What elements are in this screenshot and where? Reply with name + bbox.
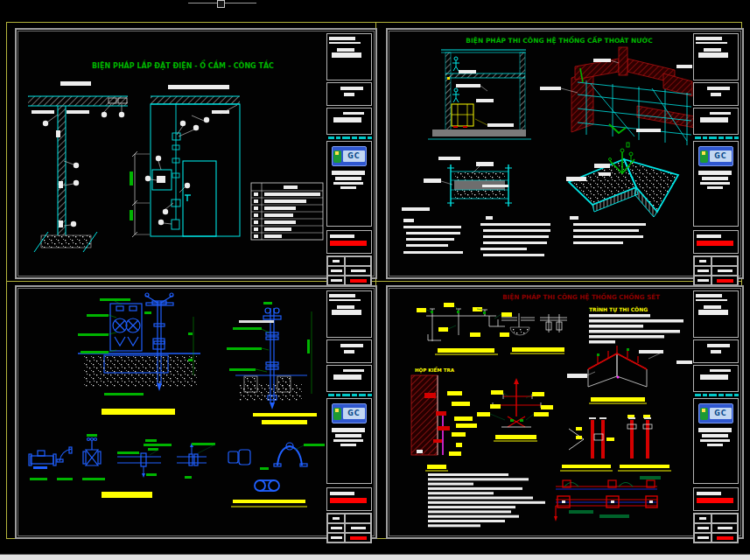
title-block-dossier-label — [326, 136, 372, 139]
viewport-grip-handle[interactable] — [217, 0, 225, 8]
title-block-item-box — [326, 108, 372, 135]
title-block-item-box — [693, 108, 739, 135]
dimension-lines — [130, 151, 150, 237]
logo-leaf-icon — [333, 408, 341, 420]
construction-sequence-notes: TRÌNH TỰ THI CÔNG — [589, 306, 683, 344]
red-stamp-bar — [697, 241, 733, 246]
inspection-box-detail: HỘP KIỂM TRA — [411, 366, 477, 471]
building-section — [428, 50, 531, 160]
callout-bubbles-door — [145, 116, 209, 225]
title-block-company-box — [326, 290, 372, 338]
sheet-electrical[interactable]: BIỆN PHÁP LẮP ĐẶT ĐIỆN - Ổ CẮM - CÔNG TẮ… — [15, 28, 377, 279]
meter-pit-detail — [78, 293, 200, 415]
sheet-lightning[interactable]: BIỆN PHÁP THI CÔNG HỆ THỐNG CHỐNG SÉT — [386, 285, 744, 539]
red-stamp-bar — [330, 241, 367, 246]
sheet-title: BIỆN PHÁP THI CÔNG HỆ THỐNG CẤP THOÁT NƯ… — [466, 36, 653, 45]
title-block: GC — [693, 33, 739, 274]
title-block-revision-table — [693, 513, 739, 543]
title-block-logo-box: GC — [693, 398, 739, 484]
title-block-project-box — [693, 82, 739, 106]
pipe-section-detail — [402, 162, 512, 211]
conductor-clamp-details — [560, 415, 671, 471]
roof-ridge-isometric-detail — [567, 346, 692, 403]
title-block: GC — [326, 290, 372, 534]
title-block-item-box — [693, 365, 739, 392]
roof-air-terminal-layout — [417, 303, 512, 354]
title-block: GC — [693, 290, 739, 534]
down-conductor-run-detail — [554, 476, 661, 522]
air-terminal-mast-detail — [477, 378, 553, 441]
title-block: GC — [326, 33, 372, 274]
electrical-drawing: BIỆN PHÁP LẮP ĐẶT ĐIỆN - Ổ CẮM - CÔNG TẮ… — [18, 32, 372, 274]
logo-leaf-icon — [700, 408, 708, 420]
red-stamp-bar — [697, 498, 733, 503]
title-block-logo-box: GC — [326, 398, 372, 484]
logo-leaf-icon — [333, 150, 341, 163]
company-logo: GC — [332, 403, 367, 424]
sheet-title: BIỆN PHÁP LẮP ĐẶT ĐIỆN - Ổ CẮM - CÔNG TẮ… — [92, 60, 274, 70]
sequence-heading: TRÌNH TỰ THI CÔNG — [589, 306, 648, 313]
title-block-drawing-name-box — [693, 487, 739, 511]
title-block-drawing-name-box — [326, 487, 372, 511]
sheet-number-red-cell — [717, 536, 733, 540]
valve-riser-detail — [227, 302, 317, 424]
title-block-project-box — [326, 340, 372, 363]
notes-text — [403, 216, 646, 256]
company-logo: GC — [698, 146, 733, 166]
sheet-title: BIỆN PHÁP THI CÔNG HỆ THỐNG CHỐNG SÉT — [502, 292, 660, 301]
caption-fittings — [102, 492, 152, 498]
title-block-dossier-label — [693, 394, 739, 396]
logo-text: GC — [710, 408, 732, 419]
sheet-plumbing[interactable]: BIỆN PHÁP THI CÔNG HỆ THỐNG CẤP THOÁT NƯ… — [386, 28, 744, 279]
callout-bubbles-left — [43, 104, 124, 227]
title-block-logo-box: GC — [693, 141, 739, 227]
company-logo: GC — [332, 146, 367, 166]
title-block-drawing-name-box — [326, 230, 372, 254]
sheet-number-red-cell — [717, 279, 733, 283]
sheet-number-red-cell — [350, 279, 367, 283]
ground-rod-details — [501, 313, 567, 354]
pipe-fittings-row — [29, 434, 325, 507]
title-block-dossier-label — [693, 136, 739, 139]
scaffold-isometric — [540, 47, 695, 161]
logo-text: GC — [710, 150, 732, 162]
sheet-water-meter-details[interactable]: GC — [15, 285, 377, 539]
legend-table — [251, 183, 323, 240]
water-meter-drawing — [18, 289, 372, 534]
title-block-drawing-name-box — [693, 230, 739, 254]
title-block-company-box — [326, 33, 372, 80]
sheet-divider-horizontal — [6, 281, 742, 282]
title-block-dossier-label — [326, 394, 372, 396]
general-notes-text — [428, 473, 545, 527]
sheet-number-red-cell — [350, 536, 367, 540]
caption-meter-pit — [102, 409, 175, 415]
window-bottom-edge — [0, 554, 750, 560]
logo-leaf-icon — [700, 150, 708, 163]
cad-paper-space: BIỆN PHÁP LẮP ĐẶT ĐIỆN - Ổ CẮM - CÔNG TẮ… — [0, 0, 750, 560]
title-block-project-box — [326, 82, 372, 106]
title-block-revision-table — [326, 256, 372, 286]
title-block-company-box — [693, 290, 739, 338]
title-block-item-box — [326, 365, 372, 392]
red-stamp-bar — [330, 498, 367, 503]
title-block-logo-box: GC — [326, 141, 372, 227]
trench-isometric-detail — [566, 143, 678, 217]
lightning-drawing: BIỆN PHÁP THI CÔNG HỆ THỐNG CHỐNG SÉT — [389, 289, 739, 534]
title-block-revision-table — [326, 513, 372, 543]
logo-text: GC — [343, 150, 365, 162]
inspection-heading: HỘP KIỂM TRA — [415, 366, 455, 374]
title-block-project-box — [693, 340, 739, 363]
plumbing-drawing: BIỆN PHÁP THI CÔNG HỆ THỐNG CẤP THOÁT NƯ… — [389, 32, 739, 274]
title-block-revision-table — [693, 256, 739, 286]
logo-text: GC — [343, 408, 365, 419]
wall-section — [28, 96, 128, 252]
company-logo: GC — [698, 403, 733, 424]
title-block-company-box — [693, 33, 739, 80]
